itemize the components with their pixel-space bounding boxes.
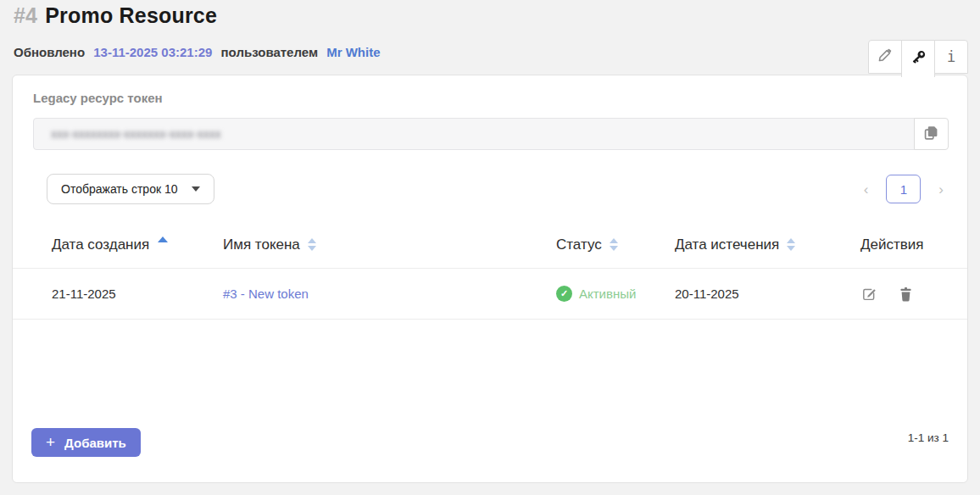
token-name-link[interactable]: #3 - New token bbox=[223, 286, 309, 301]
sort-icon bbox=[610, 238, 618, 251]
legacy-token-label: Legacy ресурс токен bbox=[33, 91, 163, 105]
column-header-token-name[interactable]: Имя токена bbox=[223, 236, 556, 253]
updated-info: Обновлено 13-11-2025 03:21:29 пользовате… bbox=[14, 45, 381, 59]
cell-status: ✓ Активный bbox=[556, 286, 675, 302]
status-badge: Активный bbox=[579, 286, 636, 301]
cell-created-date: 21-11-2025 bbox=[52, 286, 223, 301]
updated-by-user-link[interactable]: Mr White bbox=[326, 45, 380, 59]
plus-icon: + bbox=[46, 434, 55, 450]
delete-token-button[interactable] bbox=[898, 286, 914, 303]
tab-edit[interactable] bbox=[868, 40, 902, 74]
tab-info[interactable]: i bbox=[934, 40, 968, 74]
legacy-token-field[interactable]: xxx-xxxxxxxx-xxxxxxx-xxxx-xxxx bbox=[33, 118, 915, 150]
sort-icon bbox=[787, 238, 795, 251]
rows-per-page-select[interactable]: Отображать строк 10 bbox=[47, 174, 214, 204]
caret-down-icon bbox=[192, 186, 200, 192]
pagination: ‹ 1 › bbox=[862, 175, 945, 203]
tab-token[interactable] bbox=[901, 40, 935, 77]
page-title-text: Promo Resource bbox=[45, 3, 217, 27]
cell-expiry-date: 20-11-2025 bbox=[675, 286, 849, 301]
sort-icon bbox=[308, 238, 316, 251]
cell-token-name: #3 - New token bbox=[223, 286, 556, 301]
info-icon: i bbox=[947, 48, 955, 65]
updated-by-label: пользователем bbox=[221, 45, 318, 59]
promo-resource-page: #4Promo Resource Обновлено 13-11-2025 03… bbox=[0, 0, 980, 495]
chevron-right-icon[interactable]: › bbox=[937, 182, 945, 197]
legacy-token-group: xxx-xxxxxxxx-xxxxxxx-xxxx-xxxx bbox=[33, 118, 949, 150]
copy-icon bbox=[922, 124, 940, 145]
copy-token-button[interactable] bbox=[914, 118, 949, 150]
column-label: Дата истечения bbox=[675, 236, 779, 253]
table-header: Дата создания Имя токена Статус Дата ист… bbox=[13, 221, 967, 269]
page-title: #4Promo Resource bbox=[14, 3, 217, 28]
updated-label: Обновлено bbox=[14, 45, 85, 59]
page-number-button[interactable]: 1 bbox=[886, 175, 921, 203]
legacy-token-masked-value: xxx-xxxxxxxx-xxxxxxx-xxxx-xxxx bbox=[51, 127, 221, 141]
column-label: Имя токена bbox=[223, 236, 300, 253]
column-header-actions: Действия bbox=[849, 236, 967, 253]
column-label: Дата создания bbox=[52, 236, 149, 253]
add-token-button[interactable]: + Добавить bbox=[31, 428, 141, 457]
key-icon bbox=[910, 48, 927, 70]
pencil-icon bbox=[877, 47, 894, 67]
resource-tabs: i bbox=[869, 40, 968, 77]
add-button-label: Добавить bbox=[64, 436, 126, 450]
results-range: 1-1 из 1 bbox=[908, 431, 949, 444]
sort-asc-icon bbox=[158, 236, 168, 242]
edit-token-button[interactable] bbox=[860, 286, 877, 303]
column-label: Статус bbox=[556, 236, 602, 253]
entity-id: #4 bbox=[14, 3, 37, 27]
table-row: 21-11-2025 #3 - New token ✓ Активный 20-… bbox=[13, 269, 967, 320]
column-header-created-date[interactable]: Дата создания bbox=[52, 236, 223, 253]
token-panel: Legacy ресурс токен xxx-xxxxxxxx-xxxxxxx… bbox=[12, 75, 968, 483]
chevron-left-icon[interactable]: ‹ bbox=[862, 182, 871, 197]
check-circle-icon: ✓ bbox=[556, 286, 572, 302]
cell-actions bbox=[849, 286, 967, 303]
column-header-expiry-date[interactable]: Дата истечения bbox=[675, 236, 849, 253]
updated-at-link[interactable]: 13-11-2025 03:21:29 bbox=[93, 45, 212, 59]
rows-per-page-label: Отображать строк 10 bbox=[61, 182, 178, 196]
column-header-status[interactable]: Статус bbox=[556, 236, 675, 253]
column-label: Действия bbox=[860, 236, 923, 253]
